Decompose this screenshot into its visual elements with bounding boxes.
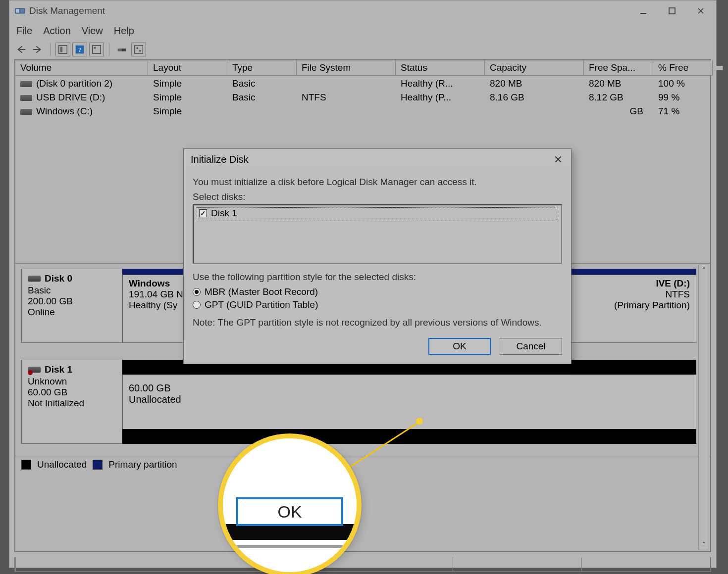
menu-view[interactable]: View — [82, 25, 103, 37]
radio-mbr[interactable]: MBR (Master Boot Record) — [193, 287, 562, 297]
toolbar-separator — [50, 43, 51, 56]
dialog-title: Initialize Disk — [191, 154, 249, 165]
table-row[interactable]: (Disk 0 partition 2) Simple Basic Health… — [15, 77, 710, 91]
window-maximize-button[interactable] — [658, 0, 686, 21]
refresh-button[interactable] — [89, 43, 104, 56]
svg-rect-5 — [59, 46, 67, 54]
col-status[interactable]: Status — [396, 60, 485, 76]
col-free[interactable]: Free Spa... — [584, 60, 653, 76]
svg-rect-11 — [122, 48, 126, 51]
window-close-button[interactable] — [686, 0, 715, 21]
menu-action[interactable]: Action — [43, 25, 71, 37]
svg-point-14 — [139, 50, 141, 52]
svg-rect-6 — [60, 47, 63, 52]
col-volume[interactable]: Volume — [15, 60, 148, 76]
radio-selected-icon[interactable] — [193, 288, 201, 296]
svg-point-13 — [136, 47, 138, 49]
partition-unallocated[interactable]: 60.00 GB Unallocated — [122, 375, 696, 429]
dialog-note: Note: The GPT partition style is not rec… — [193, 317, 542, 328]
scroll-up-icon[interactable]: ˄ — [702, 265, 706, 275]
legend-swatch-unallocated — [21, 460, 31, 470]
unallocated-bar — [122, 429, 696, 444]
disk-block: Disk 1 Unknown 60.00 GB Not Initialized … — [21, 360, 696, 444]
app-icon — [14, 5, 25, 16]
menu-file[interactable]: File — [16, 25, 32, 37]
legend-swatch-primary — [93, 460, 103, 470]
scroll-down-icon[interactable]: ˅ — [702, 540, 706, 550]
help-button[interactable]: ? — [72, 43, 87, 56]
statusbar — [14, 557, 711, 572]
volume-icon — [20, 109, 32, 115]
col-pct[interactable]: % Free — [653, 60, 713, 76]
col-layout[interactable]: Layout — [148, 60, 227, 76]
checkbox-checked-icon[interactable] — [199, 209, 207, 217]
svg-rect-2 — [20, 9, 24, 12]
hdd-icon — [28, 276, 41, 282]
nav-back-button[interactable] — [13, 43, 28, 56]
table-row[interactable]: USB DRIVE (D:) Simple Basic NTFS Healthy… — [15, 91, 710, 104]
nav-forward-button[interactable] — [30, 43, 45, 56]
svg-rect-9 — [93, 46, 101, 54]
radio-icon[interactable] — [193, 301, 201, 309]
svg-rect-10 — [118, 48, 122, 51]
hdd-error-icon — [28, 367, 41, 373]
col-capacity[interactable]: Capacity — [485, 60, 584, 76]
svg-rect-1 — [16, 9, 19, 12]
properties-button[interactable] — [55, 43, 70, 56]
vertical-scrollbar[interactable]: ˄ ˅ — [698, 265, 709, 550]
dialog-lead: You must initialize a disk before Logica… — [193, 177, 562, 188]
settings-button[interactable] — [131, 43, 146, 56]
col-type[interactable]: Type — [227, 60, 297, 76]
callout-anchor-icon — [416, 418, 423, 425]
magnified-ok-button: OK — [236, 497, 343, 526]
ok-button[interactable]: OK — [428, 338, 491, 355]
svg-rect-12 — [135, 46, 143, 54]
toolbar: ? — [9, 42, 716, 59]
table-row[interactable]: Windows (C:) Simple GB 71 % — [15, 104, 710, 118]
disk-info[interactable]: Disk 1 Unknown 60.00 GB Not Initialized — [21, 360, 122, 444]
dialog-close-button[interactable] — [549, 150, 567, 168]
window-title: Disk Management — [29, 5, 105, 16]
titlebar: Disk Management — [9, 0, 716, 21]
menu-help[interactable]: Help — [114, 25, 134, 37]
partition-style-label: Use the following partition style for th… — [193, 272, 562, 283]
magnifier-callout: OK — [218, 433, 362, 574]
radio-gpt[interactable]: GPT (GUID Partition Table) — [193, 299, 562, 310]
disk-info[interactable]: Disk 0 Basic 200.00 GB Online — [21, 269, 122, 343]
disk-listbox[interactable]: Disk 1 — [193, 204, 562, 264]
select-disks-label: Select disks: — [193, 191, 562, 202]
svg-text:?: ? — [78, 47, 81, 53]
svg-rect-4 — [669, 8, 675, 14]
volume-icon — [20, 95, 32, 101]
svg-rect-3 — [640, 13, 646, 14]
menubar: File Action View Help — [9, 21, 716, 42]
col-fs[interactable]: File System — [297, 60, 396, 76]
connect-button[interactable] — [114, 43, 129, 56]
cancel-button[interactable]: Cancel — [500, 338, 562, 355]
toolbar-separator — [109, 43, 109, 56]
volume-icon — [20, 81, 32, 87]
list-item[interactable]: Disk 1 — [197, 207, 558, 219]
initialize-disk-dialog: Initialize Disk You must initialize a di… — [183, 148, 572, 364]
window-minimize-button[interactable] — [629, 0, 658, 21]
